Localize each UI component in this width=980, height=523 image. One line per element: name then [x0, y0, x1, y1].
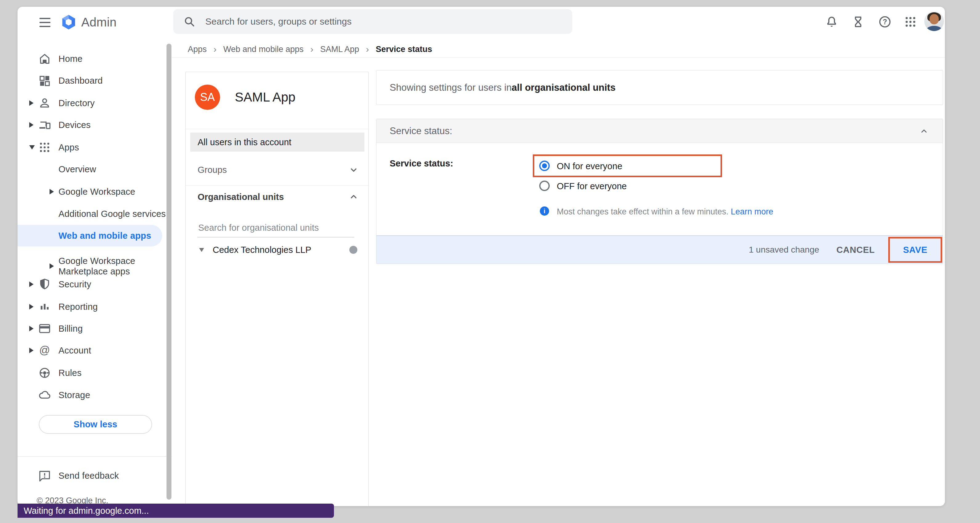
app-initials-badge: SA — [195, 84, 220, 110]
learn-more-link[interactable]: Learn more — [731, 207, 773, 216]
app-name-title: SAML App — [235, 90, 296, 105]
feedback-icon — [38, 469, 51, 482]
all-users-scope-row[interactable]: All users in this account — [190, 133, 364, 152]
sidebar-item-billing[interactable]: Billing — [18, 320, 162, 337]
caret-right-icon[interactable] — [29, 122, 33, 128]
chevron-up-icon — [348, 191, 359, 202]
chevron-right-icon: › — [366, 45, 369, 54]
sidebar-item-dashboard[interactable]: Dashboard — [18, 72, 162, 89]
service-status-section-header[interactable]: Service status: — [376, 119, 943, 143]
chevron-down-icon — [348, 164, 359, 175]
radio-on-label[interactable]: ON for everyone — [557, 161, 622, 172]
sidebar-item-home[interactable]: Home — [18, 50, 162, 67]
person-icon — [38, 96, 51, 110]
scope-summary-card: Showing settings for users in all organi… — [376, 70, 943, 105]
admin-console-window: Admin ? — [18, 7, 945, 506]
dashboard-icon — [38, 74, 51, 87]
info-message: Most changes take effect within a few mi… — [557, 207, 773, 216]
send-feedback-button[interactable]: Send feedback — [18, 467, 162, 484]
sidebar-divider — [18, 456, 172, 456]
shield-icon — [38, 278, 51, 291]
sidebar-item-apps[interactable]: Apps — [18, 139, 162, 156]
devices-icon — [38, 118, 51, 132]
org-units-section-toggle[interactable]: Organisational units — [186, 190, 368, 203]
breadcrumb-service-status: Service status — [376, 45, 432, 54]
caret-right-icon[interactable] — [29, 100, 33, 106]
search-icon — [183, 15, 196, 28]
helm-icon — [38, 366, 51, 380]
svg-text:@: @ — [39, 344, 50, 356]
screenshot-stage: Admin ? — [0, 0, 980, 523]
app-scope-panel: SA SAML App All users in this account Gr… — [185, 72, 369, 506]
scope-summary-target: all organisational units — [512, 82, 616, 93]
browser-status-bar: Waiting for admin.google.com... — [18, 504, 334, 518]
service-status-card: Service status: Service status: ON for e… — [376, 119, 943, 264]
breadcrumb-apps[interactable]: Apps — [188, 45, 207, 54]
tasks-hourglass-icon[interactable] — [851, 15, 865, 29]
chevron-right-icon: › — [213, 45, 217, 54]
brand: Admin — [60, 13, 117, 31]
sidebar-item-devices[interactable]: Devices — [18, 116, 162, 134]
breadcrumb-web-and-mobile-apps[interactable]: Web and mobile apps — [223, 45, 304, 54]
show-less-button[interactable]: Show less — [39, 415, 152, 434]
caret-right-icon[interactable] — [49, 189, 54, 194]
chevron-right-icon: › — [310, 45, 313, 54]
sidebar-scrollbar[interactable] — [167, 44, 172, 500]
sidebar-nav: Home Dashboard — [18, 41, 172, 506]
cloud-icon — [38, 388, 51, 402]
sidebar-item-reporting[interactable]: Reporting — [18, 298, 162, 315]
menu-icon[interactable] — [40, 18, 51, 27]
annotation-highlight-box-save: SAVE — [888, 237, 942, 263]
sidebar-item-directory[interactable]: Directory — [18, 94, 162, 112]
avatar-face — [929, 14, 939, 24]
search-input[interactable] — [205, 16, 558, 27]
unsaved-changes-bar: 1 unsaved change CANCEL SAVE — [376, 235, 943, 264]
notifications-bell-icon[interactable] — [824, 15, 839, 29]
info-icon: i — [540, 207, 549, 216]
google-apps-grid-icon[interactable] — [904, 15, 918, 29]
caret-right-icon[interactable] — [29, 348, 33, 353]
credit-card-icon — [38, 322, 51, 335]
cancel-button[interactable]: CANCEL — [835, 245, 877, 255]
service-status-field-label: Service status: — [390, 159, 453, 169]
global-search-bar[interactable] — [173, 9, 572, 34]
sidebar-item-overview[interactable]: Overview — [18, 161, 162, 178]
org-search-underline — [197, 237, 354, 237]
sidebar-item-security[interactable]: Security — [18, 276, 162, 293]
caret-right-icon[interactable] — [29, 281, 33, 287]
apps-grid-icon — [38, 141, 51, 154]
breadcrumb-saml-app[interactable]: SAML App — [320, 45, 359, 54]
sidebar-item-google-workspace[interactable]: Google Workspace — [18, 183, 162, 200]
breadcrumb: Apps › Web and mobile apps › SAML App › … — [172, 41, 945, 57]
svg-text:?: ? — [883, 18, 887, 26]
sidebar-item-rules[interactable]: Rules — [18, 364, 162, 382]
unsaved-count-text: 1 unsaved change — [749, 245, 819, 255]
account-avatar[interactable] — [924, 11, 944, 31]
caret-right-icon[interactable] — [29, 326, 33, 331]
org-unit-tree-item[interactable]: Cedex Technologies LLP — [186, 243, 368, 257]
panel-divider — [186, 129, 368, 129]
caret-right-icon[interactable] — [29, 304, 33, 310]
radio-off-label[interactable]: OFF for everyone — [557, 181, 627, 191]
sidebar-item-account[interactable]: @ Account — [18, 342, 162, 359]
google-admin-logo-icon — [60, 14, 77, 31]
chevron-up-icon[interactable] — [919, 126, 929, 136]
help-icon[interactable]: ? — [878, 15, 892, 29]
radio-on-for-everyone[interactable] — [539, 161, 550, 171]
bar-chart-icon — [38, 300, 51, 313]
groups-section-toggle[interactable]: Groups — [186, 163, 368, 176]
org-unit-overflow-dot[interactable] — [349, 246, 357, 254]
org-unit-search-input[interactable] — [197, 221, 345, 234]
caret-right-icon[interactable] — [49, 263, 54, 269]
radio-off-for-everyone[interactable] — [539, 181, 550, 191]
caret-down-icon[interactable] — [29, 145, 35, 149]
caret-down-icon[interactable] — [199, 248, 204, 252]
sidebar-item-web-and-mobile-apps[interactable]: Web and mobile apps — [18, 225, 162, 246]
save-button[interactable]: SAVE — [901, 245, 929, 255]
avatar-shirt — [926, 26, 942, 31]
panel-divider — [186, 185, 368, 186]
sidebar-item-storage[interactable]: Storage — [18, 386, 162, 404]
product-title: Admin — [81, 15, 117, 29]
at-sign-icon: @ — [38, 343, 51, 357]
sidebar-item-additional-google-services[interactable]: Additional Google services — [18, 205, 162, 223]
